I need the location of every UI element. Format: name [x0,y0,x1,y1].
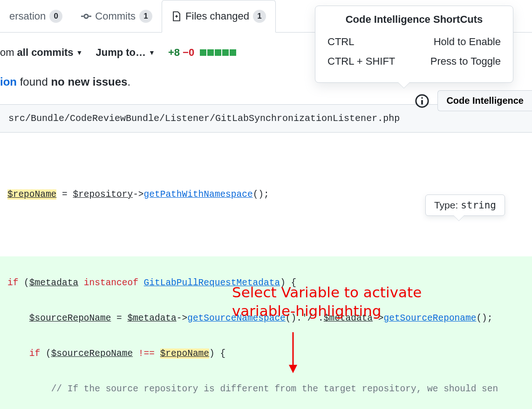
commits-filter-prefix: om [0,47,14,59]
diffstat-additions: +8 [168,47,180,58]
shortcut-row: CTRL Hold to Enable [327,32,501,52]
chevron-down-icon: ▼ [149,49,155,56]
comment: // If the source repository is different… [51,384,498,394]
right-controls: Code Intelligence [415,90,532,111]
popover-arrow-icon [398,82,409,88]
info-icon[interactable] [415,94,429,108]
tab-files-changed[interactable]: Files changed 1 [162,0,276,33]
svg-marker-9 [289,365,297,373]
fn-getPathWithNamespace[interactable]: getPathWithNamespace [144,189,253,200]
diff-block [200,49,206,56]
annotation-text: Select Variable to activate variable-hig… [232,283,422,321]
tooltip-arrow-icon [454,215,464,221]
inspection-middle: found [17,75,51,88]
shortcut-row: CTRL + SHIFT Press to Toggle [327,52,501,71]
kw-if: if [29,349,40,359]
shortcut-key: CTRL [327,36,354,48]
variable-metadata[interactable]: $metadata [127,313,176,323]
type-tooltip-type: string [461,200,496,211]
svg-point-7 [422,97,423,98]
tab-conversation-label: ersation [9,10,46,22]
shortcuts-popover: Code Intelligence ShortCuts CTRL Hold to… [315,6,513,83]
variable-sourceRepoName[interactable]: $sourceRepoName [51,349,133,359]
added-block: if ($metadata instanceof GitLabPullReque… [0,256,532,409]
commits-filter-value: all commits [17,47,74,59]
chevron-down-icon: ▼ [76,49,83,56]
kw-if: if [7,278,18,288]
inspection-link[interactable]: ion [0,75,17,88]
diff-block [207,49,214,56]
type-tooltip: Type: string [425,194,505,216]
kw-instanceof: instanceof [84,278,138,288]
tab-commits-label: Commits [95,10,136,22]
annotation-line1: Select Variable to activate [232,283,422,302]
commit-icon [81,11,91,21]
diff-block [230,49,236,56]
shortcut-desc: Press to Toggle [430,55,501,67]
tab-files-changed-count: 1 [253,10,266,23]
annotation-arrow-icon [286,330,300,375]
variable-repository[interactable]: $repository [73,189,133,200]
variable-sourceRepoName[interactable]: $sourceRepoName [29,313,111,323]
code-line[interactable]: // If the source repository is different… [0,380,532,398]
inspection-result: no new issues [51,75,127,88]
code-diff: $repoName = $repository->getPathWithName… [0,133,532,409]
jump-to-dropdown[interactable]: Jump to… ▼ [95,47,155,59]
type-tooltip-label: Type: [434,200,461,210]
diff-block [222,49,229,56]
variable-repoName[interactable]: $repoName [160,349,209,359]
svg-point-0 [84,14,88,18]
blank-line [0,150,532,168]
shortcuts-title: Code Intelligence ShortCuts [327,13,501,26]
tab-commits-count: 1 [139,10,152,23]
shortcut-desc: Hold to Enable [434,36,501,48]
op-not-identical: !== [138,349,155,359]
commits-filter-dropdown[interactable]: om all commits ▼ [0,47,82,59]
diffstat-deletions: −0 [183,47,194,58]
tab-conversation-count: 0 [49,10,62,23]
tab-files-changed-label: Files changed [185,10,249,22]
annotation-line2: variable-highlighting [232,302,422,320]
tab-conversation[interactable]: ersation 0 [0,0,72,33]
code-line[interactable]: if ($sourceRepoName !== $repoName) { [0,345,532,362]
jump-to-label: Jump to… [95,47,146,59]
tab-commits[interactable]: Commits 1 [72,0,162,33]
blank-line [0,221,532,239]
diffstat-blocks [200,49,236,56]
shortcut-key: CTRL + SHIFT [327,55,395,67]
code-intelligence-button[interactable]: Code Intelligence [437,90,532,111]
variable-repoName[interactable]: $repoName [7,189,56,200]
diff-block [215,49,221,56]
diffstat: +8 −0 [168,47,236,59]
inspection-dot: . [127,75,130,88]
file-diff-icon [171,11,182,21]
variable-metadata[interactable]: $metadata [29,278,78,288]
